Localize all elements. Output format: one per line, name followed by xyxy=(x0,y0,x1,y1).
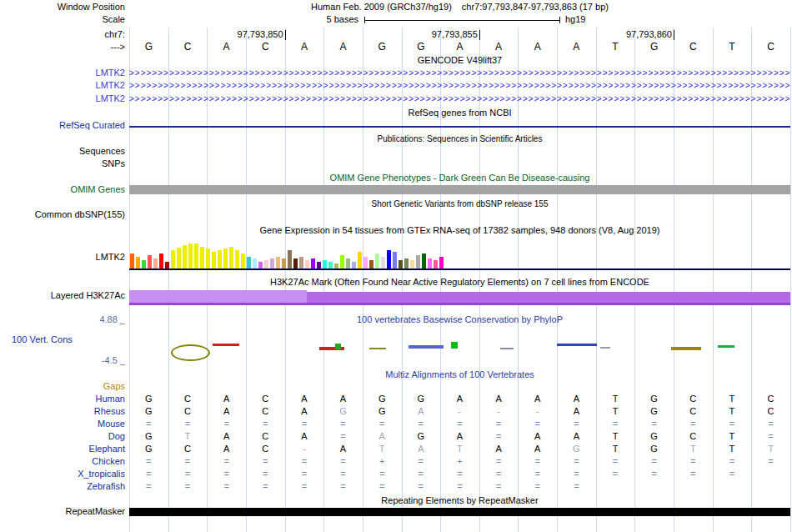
species-label[interactable]: Human xyxy=(0,393,125,404)
alignment-base: = xyxy=(674,468,713,480)
alignment-base: T xyxy=(713,430,752,443)
scale-track: 5 bases hg19 xyxy=(129,14,790,27)
alignment-base: = xyxy=(129,468,168,480)
common-dbsnp-label[interactable]: Common dbSNP(155) xyxy=(0,209,125,220)
alignment-base: = xyxy=(479,455,519,468)
transcript-arrow-line[interactable]: >>>>>>>>>>>>>>>>>>>>>>>>>>>>>>>>>>>>>>>>… xyxy=(129,68,790,80)
alignment-base: = xyxy=(246,455,285,468)
alignment-base xyxy=(285,380,324,393)
gtex-expression-bar xyxy=(434,260,438,269)
gtex-track[interactable] xyxy=(129,240,790,270)
alignment-base xyxy=(363,380,402,393)
species-label[interactable]: X_tropicalis xyxy=(0,468,125,479)
alignment-base: = xyxy=(596,418,635,430)
layered-h3k27ac-label[interactable]: Layered H3K27Ac xyxy=(0,290,125,301)
transcript-arrow-line[interactable]: >>>>>>>>>>>>>>>>>>>>>>>>>>>>>>>>>>>>>>>>… xyxy=(129,93,790,106)
repeat-element-bar xyxy=(129,508,790,516)
alignment-base: G xyxy=(129,443,168,455)
species-label[interactable]: Rhesus xyxy=(0,405,125,417)
alignment-cells: ================ xyxy=(129,468,790,480)
alignment-base: G xyxy=(129,430,168,443)
transcript-arrow-line[interactable]: >>>>>>>>>>>>>>>>>>>>>>>>>>>>>>>>>>>>>>>>… xyxy=(129,80,790,93)
repeatmasker-row: RepeatMasker xyxy=(0,506,792,518)
refseq-curated-track[interactable] xyxy=(129,120,790,133)
alignment-base xyxy=(207,380,246,393)
gtex-track-title[interactable]: Gene Expression in 54 tissues from GTEx … xyxy=(129,225,790,238)
gtex-gene-label[interactable]: LMTK2 xyxy=(0,252,125,263)
alignment-cells: GCACAGGA---ATGCTC xyxy=(129,405,790,418)
alignment-base: = xyxy=(713,455,752,468)
species-label[interactable]: Dog xyxy=(0,430,125,442)
base-letter: C xyxy=(168,42,208,54)
alignment-base: C xyxy=(168,393,208,405)
refseq-curated-label[interactable]: RefSeq Curated xyxy=(0,120,125,131)
alignment-base: C xyxy=(751,405,790,418)
gene-label-lmtk2[interactable]: LMTK2 xyxy=(0,68,125,78)
gtex-expression-bar xyxy=(358,252,362,269)
gtex-expression-bar xyxy=(218,250,222,269)
alignment-base: = xyxy=(440,418,479,430)
alignment-base xyxy=(674,380,713,393)
refseq-title-row: RefSeq genes from NCBI xyxy=(0,108,792,120)
alignment-cells: ============ xyxy=(129,480,790,493)
alignment-base: = xyxy=(285,418,324,430)
phylop-conservation-mark xyxy=(500,348,514,349)
gtex-expression-bar xyxy=(235,250,239,269)
gene-label-lmtk2[interactable]: LMTK2 xyxy=(0,93,125,104)
base-letter: G xyxy=(363,42,402,54)
publications-track-title[interactable]: Publications: Sequences in Scientific Ar… xyxy=(129,133,790,146)
alignment-base xyxy=(440,380,479,393)
phylop-min-row: -4.5 _ xyxy=(0,355,792,368)
alignment-cells: GCAC-ATATAAGTGTTT xyxy=(129,443,790,455)
alignment-base: = xyxy=(557,455,596,468)
gencode-track-title[interactable]: GENCODE V49lift37 xyxy=(129,55,790,68)
gtex-expression-bar xyxy=(258,262,263,269)
header-row: Window Position Human Feb. 2009 (GRCh37/… xyxy=(0,2,792,14)
alignment-base: T xyxy=(596,393,635,405)
gtex-expression-bar xyxy=(328,262,333,269)
alignment-base: C xyxy=(674,393,713,405)
gtex-expression-bar xyxy=(264,260,268,269)
refseq-track-title[interactable]: RefSeq genes from NCBI xyxy=(129,108,790,120)
species-label[interactable]: Elephant xyxy=(0,443,125,454)
gene-label-lmtk2[interactable]: LMTK2 xyxy=(0,80,125,91)
base-letter: A xyxy=(285,42,324,54)
gtex-expression-bar xyxy=(136,257,140,269)
alignment-base: = xyxy=(634,455,674,468)
alignment-base: = xyxy=(363,418,402,430)
alignment-base: T xyxy=(168,430,208,443)
snps-label[interactable]: SNPs xyxy=(0,158,125,169)
alignment-base: C xyxy=(674,430,713,443)
alignment-base: A xyxy=(440,430,479,443)
alignment-base: C xyxy=(168,443,208,455)
cons-track-label[interactable]: 100 Vert. Cons xyxy=(0,334,125,345)
species-label[interactable]: Chicken xyxy=(0,455,125,467)
alignment-base: G xyxy=(557,443,596,455)
h3k27ac-track[interactable] xyxy=(129,288,790,308)
alignment-base: A xyxy=(207,405,246,418)
omim-genes-track[interactable] xyxy=(129,183,790,196)
species-label[interactable]: Mouse xyxy=(0,418,125,429)
repeatmasker-track[interactable] xyxy=(129,506,790,518)
alignment-base: = xyxy=(129,480,168,493)
base-letter: T xyxy=(596,42,635,54)
alignment-cells: GTACA=AGA=AATGCT= xyxy=(129,430,790,443)
species-label[interactable]: Zebrafish xyxy=(0,480,125,492)
alignment-base xyxy=(634,380,674,393)
alignment-base: = xyxy=(168,468,208,480)
scale-bar xyxy=(364,17,560,23)
alignment-base: A xyxy=(207,393,246,405)
sequences-label[interactable]: Sequences xyxy=(0,146,125,157)
gtex-expression-bar xyxy=(253,258,257,269)
alignment-cells xyxy=(129,380,790,393)
gtex-expression-bar xyxy=(188,243,193,269)
species-label[interactable]: Gaps xyxy=(0,380,125,392)
alignment-base: A xyxy=(207,443,246,455)
repeatmasker-label[interactable]: RepeatMasker xyxy=(0,506,125,517)
alignment-base: = xyxy=(518,480,557,493)
alignment-base: G xyxy=(323,405,363,418)
coordinate-tick xyxy=(285,30,286,40)
alignment-cells: ======+=+======== xyxy=(129,455,790,468)
base-letter: C xyxy=(674,42,713,54)
omim-genes-label[interactable]: OMIM Genes xyxy=(0,184,125,195)
